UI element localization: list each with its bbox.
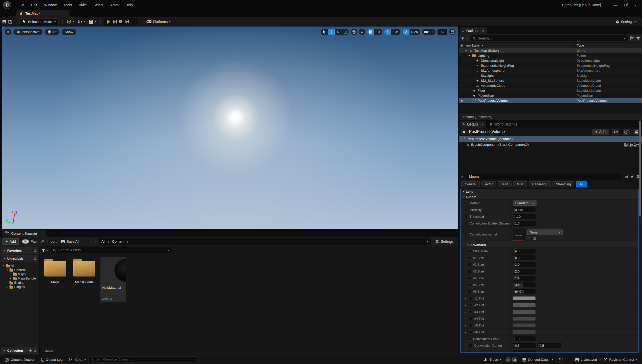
expander-icon[interactable]: ▾ xyxy=(2,264,5,267)
outliner-row[interactable]: ☼SkyAtmosphereSkyAtmosphere xyxy=(459,68,642,73)
filter-tab-actor[interactable]: Actor xyxy=(482,181,496,187)
override-checkbox[interactable] xyxy=(468,263,471,266)
outliner-row[interactable]: ◈FloorStaticMeshActor xyxy=(459,88,642,93)
filter-tab-misc[interactable]: Misc xyxy=(513,181,527,187)
grid-snap-toggle[interactable] xyxy=(367,29,374,35)
camera-speed-control[interactable]: 1 xyxy=(422,29,436,35)
search-icon[interactable] xyxy=(34,250,36,252)
number-input[interactable]: 1.0 xyxy=(513,336,536,341)
derived-data-dropdown[interactable]: Derived Data ▾ xyxy=(519,355,556,364)
menu-build[interactable]: Build xyxy=(75,0,90,10)
color-swatch[interactable] xyxy=(513,317,536,320)
outliner-row[interactable]: ≋ExponentialHeightFogExponentialHeightFo… xyxy=(459,63,642,68)
number-input[interactable]: -1.0 xyxy=(513,214,536,219)
display-options-icon[interactable] xyxy=(625,175,628,178)
override-checkbox[interactable] xyxy=(469,304,472,307)
eject-icon[interactable] xyxy=(125,20,129,24)
add-collection-icon[interactable]: ⊕ xyxy=(29,348,32,352)
number-input[interactable]: 10.0 xyxy=(513,276,536,280)
filter-tab-streaming[interactable]: Streaming xyxy=(552,181,574,187)
menu-edit[interactable]: Edit xyxy=(28,0,41,10)
override-checkbox[interactable] xyxy=(464,215,468,218)
property-section[interactable]: ▾Bloom xyxy=(460,194,638,200)
number-input[interactable]: 0.3 xyxy=(513,256,536,260)
filter-icon[interactable] xyxy=(42,249,45,251)
number-input[interactable]: 1.0 xyxy=(513,221,536,226)
color-swatch[interactable] xyxy=(513,324,536,327)
level-viewport[interactable]: ≡ Perspective Lit Show ↻ ◿ ∗ xyxy=(2,26,458,229)
show-dropdown[interactable]: Show xyxy=(62,29,76,35)
override-checkbox[interactable] xyxy=(469,297,472,300)
close-icon[interactable]: × xyxy=(41,232,43,236)
level-tab[interactable]: TestMap* xyxy=(16,10,70,17)
new-folder-icon[interactable] xyxy=(630,37,634,40)
menu-window[interactable]: Window xyxy=(41,0,60,10)
expander-icon[interactable]: ▸ xyxy=(465,317,467,320)
revision-control-dropdown[interactable]: Revision Control ▾ xyxy=(600,355,640,364)
import-button[interactable]: Import xyxy=(40,240,58,244)
menu-tools[interactable]: Tools xyxy=(60,0,75,10)
component-row[interactable]: PostProcessVolume (Instance) xyxy=(459,136,642,142)
asset-search[interactable]: ▾ xyxy=(50,247,172,253)
perspective-dropdown[interactable]: Perspective xyxy=(14,29,42,35)
number-input[interactable]: 30.0 xyxy=(513,282,536,287)
asset-dropdown[interactable]: None▾ xyxy=(527,230,563,235)
dropdown[interactable]: Standard▾ xyxy=(513,200,536,206)
outliner-search-input[interactable] xyxy=(477,36,622,40)
console-command-input[interactable] xyxy=(91,358,195,362)
expander-icon[interactable]: ▸ xyxy=(465,297,467,300)
override-checkbox[interactable] xyxy=(468,337,471,340)
editor-settings-dropdown[interactable]: Settings ▾ xyxy=(616,20,640,24)
tab-world-settings[interactable]: ⊕ World Settings xyxy=(487,121,520,128)
asset-thumbnail[interactable]: None xyxy=(513,230,524,241)
back-button[interactable]: ← xyxy=(83,239,88,244)
outliner-row[interactable]: ☁VolumetricCloudVolumetricCloud xyxy=(459,83,642,88)
override-checkbox[interactable] xyxy=(469,317,472,320)
insights-snapshot-button[interactable] xyxy=(512,355,519,364)
outliner-row[interactable]: ▾LightingFolder xyxy=(459,53,642,58)
help-button[interactable]: ? xyxy=(623,129,630,135)
tree-item-mapsbundle[interactable]: ▸MapsBundle xyxy=(1,276,38,280)
restore-button[interactable] xyxy=(621,1,630,9)
tab-content-browser[interactable]: Content Browser × xyxy=(2,230,46,237)
viewport-menu-button[interactable]: ≡ xyxy=(5,29,11,35)
asset-material-newmaterial[interactable]: NewMaterialMaterial xyxy=(100,257,126,302)
filter-tab-lod[interactable]: LOD xyxy=(498,181,512,187)
scale-tool-button[interactable]: ◿ xyxy=(342,29,349,35)
chevron-down-icon[interactable]: ▾ xyxy=(624,37,625,40)
chevron-down-icon[interactable]: ▾ xyxy=(168,249,169,252)
content-browser-settings[interactable]: Settings xyxy=(433,240,456,244)
selection-mode-dropdown[interactable]: Selection Mode ▾ xyxy=(20,18,59,25)
search-icon[interactable] xyxy=(34,258,36,260)
override-checkbox[interactable] xyxy=(464,222,468,225)
close-button[interactable]: × xyxy=(631,1,640,9)
close-icon[interactable]: × xyxy=(482,29,484,33)
menu-select[interactable]: Select xyxy=(90,0,107,10)
tree-item-engine[interactable]: ▸Engine xyxy=(1,280,38,285)
chevron-down-icon[interactable]: ▾ xyxy=(466,37,468,40)
item-label-column[interactable]: Item Label ▴ xyxy=(464,44,574,47)
override-checkbox[interactable] xyxy=(468,256,471,260)
gear-icon[interactable] xyxy=(636,36,640,40)
filter-tab-all[interactable]: All xyxy=(576,181,586,187)
override-checkbox[interactable] xyxy=(469,310,472,314)
more-options-button[interactable]: ⋮ xyxy=(564,355,572,364)
override-checkbox[interactable] xyxy=(464,202,468,205)
filter-icon[interactable] xyxy=(461,38,464,39)
add-asset-button[interactable]: + Add xyxy=(2,238,19,245)
clear-search-icon[interactable]: × xyxy=(461,174,464,179)
menu-actor[interactable]: Actor xyxy=(107,0,122,10)
transform-axes-button[interactable]: ∗ xyxy=(359,29,365,35)
eye-icon[interactable]: ◉ xyxy=(461,99,463,102)
trace-dropdown[interactable]: Trace ▾ xyxy=(481,355,504,364)
menu-help[interactable]: Help xyxy=(122,0,136,10)
asset-folder-mapsbundle[interactable]: MapsBundle xyxy=(72,257,97,284)
menu-file[interactable]: File xyxy=(15,0,28,10)
lock-button[interactable] xyxy=(633,129,640,135)
frame-skip-icon[interactable] xyxy=(113,20,116,24)
select-tool-button[interactable] xyxy=(321,29,328,35)
visibility-gutter[interactable]: ◉ xyxy=(459,99,464,102)
expander-icon[interactable]: ▸ xyxy=(465,324,467,327)
background-tasks-button[interactable] xyxy=(557,355,564,364)
override-checkbox[interactable] xyxy=(469,344,472,347)
